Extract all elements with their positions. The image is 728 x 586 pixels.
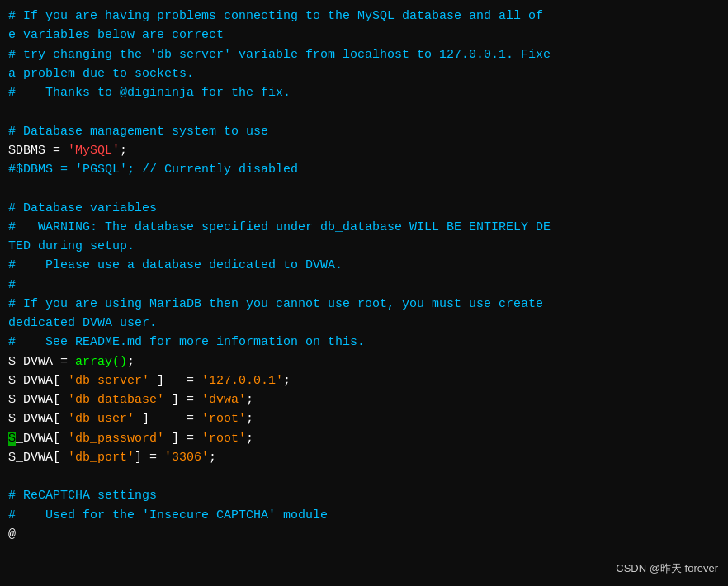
line-24: $_DVWA[ 'db_port'] = '3306'; — [8, 448, 720, 467]
line-11: # Database variables — [8, 199, 720, 218]
line-26: # ReCAPTCHA settings — [8, 486, 720, 505]
line-2: e variables below are correct — [8, 26, 720, 45]
line-14: # Please use a database dedicated to DVW… — [8, 256, 720, 275]
line-15: # — [8, 276, 720, 295]
line-18: # See README.md for more information on … — [8, 333, 720, 352]
line-12: # WARNING: The database specified under … — [8, 218, 720, 237]
line-8: $DBMS = 'MySQL'; — [8, 141, 720, 160]
watermark: CSDN @昨天 forever — [616, 561, 718, 576]
line-20: $_DVWA[ 'db_server' ] = '127.0.0.1'; — [8, 371, 720, 390]
line-19: $_DVWA = array(); — [8, 352, 720, 371]
line-3: # try changing the 'db_server' variable … — [8, 45, 720, 64]
line-blank-2 — [8, 179, 720, 198]
line-blank-3 — [8, 467, 720, 486]
line-4: a problem due to sockets. — [8, 64, 720, 83]
line-22: $_DVWA[ 'db_user' ] = 'root'; — [8, 409, 720, 428]
line-5: # Thanks to @digininja for the fix. — [8, 83, 720, 102]
line-7: # Database management system to use — [8, 122, 720, 141]
line-27: # Used for the 'Insecure CAPTCHA' module — [8, 506, 720, 525]
line-13: TED during setup. — [8, 237, 720, 256]
line-blank-1 — [8, 102, 720, 121]
line-16: # If you are using MariaDB then you cann… — [8, 295, 720, 314]
line-21: $_DVWA[ 'db_database' ] = 'dvwa'; — [8, 390, 720, 409]
line-23: $_DVWA[ 'db_password' ] = 'root'; — [8, 429, 720, 448]
code-container: # If you are having problems connecting … — [0, 0, 728, 586]
line-28-cursor: @ — [8, 525, 720, 544]
line-9: #$DBMS = 'PGSQL'; // Currently disabled — [8, 160, 720, 179]
line-1: # If you are having problems connecting … — [8, 7, 720, 26]
line-17: dedicated DVWA user. — [8, 314, 720, 333]
